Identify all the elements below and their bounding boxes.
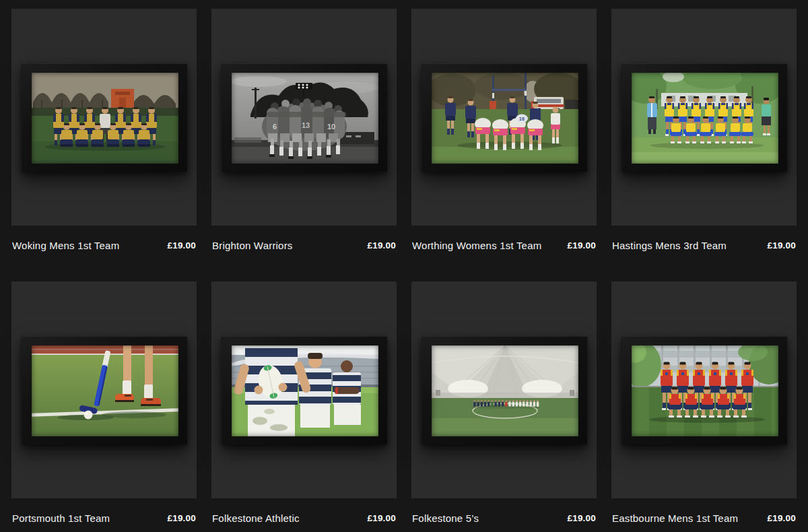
photo (232, 345, 378, 436)
product-price: £19.00 (168, 512, 197, 523)
product-caption: Portsmouth 1st Team £19.00 (11, 498, 197, 532)
picture-frame (621, 336, 787, 444)
product-title: Folkestone Athletic (212, 512, 300, 524)
product-grid: Woking Mens 1st Team £19.00 (0, 0, 808, 532)
picture-frame (422, 336, 587, 444)
product-caption: Woking Mens 1st Team £19.00 (11, 226, 197, 281)
product-title: Eastbourne Mens 1st Team (612, 512, 738, 524)
product-title: Portsmouth 1st Team (12, 512, 110, 524)
photo: 16 (432, 73, 578, 164)
product-price: £19.00 (368, 240, 397, 251)
product-image[interactable] (11, 281, 197, 498)
product-card[interactable]: Eastbourne Mens 1st Team £19.00 (611, 281, 797, 532)
photo (632, 73, 778, 164)
svg-text:6: 6 (272, 123, 276, 131)
product-photo (32, 345, 178, 436)
picture-frame: 6 13 10 (222, 63, 387, 172)
product-image[interactable] (611, 281, 797, 498)
photo (32, 345, 178, 436)
product-image[interactable] (11, 9, 197, 226)
svg-text:13: 13 (301, 121, 309, 129)
product-title: Worthing Womens 1st Team (412, 240, 541, 251)
product-image[interactable]: 6 13 10 (211, 9, 397, 226)
picture-frame: 16 (422, 63, 587, 172)
product-caption: Worthing Womens 1st Team £19.00 (411, 226, 597, 281)
picture-frame (222, 336, 387, 444)
picture-frame (22, 63, 187, 172)
product-caption: Hastings Mens 3rd Team £19.00 (611, 226, 797, 281)
product-price: £19.00 (568, 512, 597, 523)
product-caption: Eastbourne Mens 1st Team £19.00 (611, 498, 797, 532)
product-card[interactable]: Folkestone 5’s £19.00 (411, 281, 597, 532)
photo: 6 13 10 (232, 73, 378, 164)
product-card[interactable]: Hastings Mens 3rd Team £19.00 (611, 9, 797, 281)
photo (432, 345, 578, 436)
product-caption: Brighton Warriors £19.00 (211, 226, 397, 281)
product-title: Woking Mens 1st Team (12, 240, 119, 251)
product-photo (32, 73, 178, 164)
photo (32, 73, 178, 164)
product-price: £19.00 (768, 240, 797, 251)
svg-text:16: 16 (518, 116, 524, 122)
product-caption: Folkestone Athletic £19.00 (211, 498, 397, 532)
product-card[interactable]: Portsmouth 1st Team £19.00 (11, 281, 197, 532)
picture-frame (22, 336, 187, 444)
product-photo: 16 (432, 73, 578, 164)
product-card[interactable]: 16 Worthing Womens 1st Team (411, 9, 597, 281)
product-photo (432, 345, 578, 436)
product-price: £19.00 (568, 240, 597, 251)
product-image[interactable] (611, 9, 797, 226)
svg-text:10: 10 (327, 123, 335, 131)
product-image[interactable] (211, 281, 397, 498)
product-title: Folkestone 5’s (412, 512, 479, 524)
product-card[interactable]: Woking Mens 1st Team £19.00 (11, 9, 197, 281)
product-image[interactable] (411, 281, 597, 498)
product-price: £19.00 (168, 240, 197, 251)
product-photo (632, 73, 778, 164)
product-card[interactable]: Folkestone Athletic £19.00 (211, 281, 397, 532)
photo (632, 345, 778, 436)
product-image[interactable]: 16 (411, 9, 597, 226)
product-title: Brighton Warriors (212, 240, 293, 251)
product-photo (232, 345, 378, 436)
product-caption: Folkestone 5’s £19.00 (411, 498, 597, 532)
product-price: £19.00 (368, 512, 397, 523)
product-price: £19.00 (768, 512, 797, 523)
product-card[interactable]: 6 13 10 (211, 9, 397, 281)
product-photo: 6 13 10 (232, 73, 378, 164)
picture-frame (621, 63, 787, 172)
product-photo (632, 345, 778, 436)
product-title: Hastings Mens 3rd Team (612, 240, 727, 251)
